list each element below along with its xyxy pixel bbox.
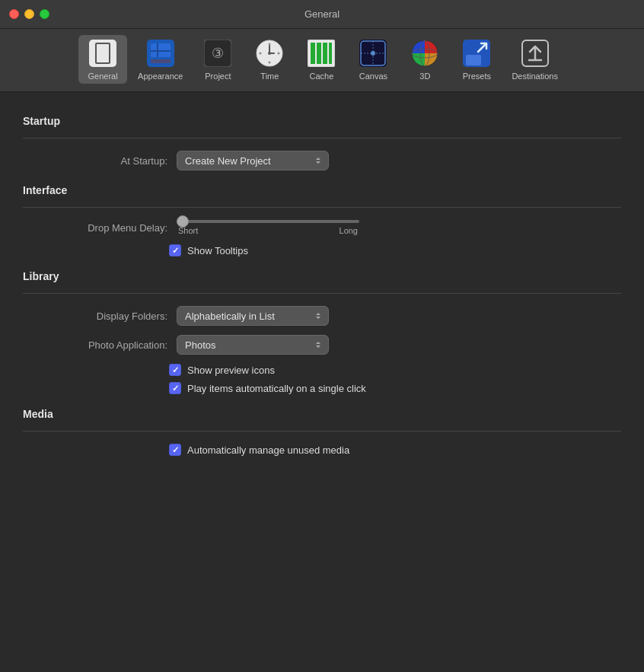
minimize-button[interactable] bbox=[24, 9, 34, 19]
toolbar-item-general[interactable]: General bbox=[78, 35, 127, 84]
3d-icon bbox=[410, 38, 440, 68]
slider-container: Short Long bbox=[177, 220, 359, 235]
startup-section: Startup At Startup: Create New Project O… bbox=[23, 115, 621, 170]
media-section: Media Automatically manage unused media bbox=[23, 408, 621, 456]
show-tooltips-label: Show Tooltips bbox=[187, 245, 248, 256]
cache-icon bbox=[306, 38, 336, 68]
at-startup-row: At Startup: Create New Project Open Last… bbox=[23, 151, 621, 170]
drop-menu-delay-slider[interactable] bbox=[177, 220, 359, 223]
photo-application-label: Photo Application: bbox=[46, 339, 167, 351]
display-folders-dropdown[interactable]: Alphabetically in List By Date By Name C… bbox=[177, 306, 329, 326]
show-preview-icons-row: Show preview icons bbox=[23, 364, 621, 376]
svg-rect-4 bbox=[151, 50, 171, 52]
maximize-button[interactable] bbox=[40, 9, 49, 19]
media-divider bbox=[23, 431, 621, 432]
toolbar-label-general: General bbox=[88, 72, 117, 81]
project-icon: ③ bbox=[202, 38, 233, 68]
close-button[interactable] bbox=[9, 9, 19, 19]
titlebar: General bbox=[0, 0, 644, 29]
svg-text:③: ③ bbox=[212, 46, 224, 61]
toolbar-label-time: Time bbox=[260, 72, 279, 81]
library-header: Library bbox=[23, 270, 621, 282]
startup-header: Startup bbox=[23, 115, 621, 127]
svg-point-13 bbox=[260, 53, 262, 55]
media-header: Media bbox=[23, 408, 621, 420]
library-divider bbox=[23, 293, 621, 294]
toolbar-item-cache[interactable]: Cache bbox=[297, 35, 346, 84]
auto-manage-label: Automatically manage unused media bbox=[187, 444, 349, 456]
svg-rect-19 bbox=[329, 43, 332, 64]
slider-labels: Short Long bbox=[177, 226, 359, 235]
toolbar-item-3d[interactable]: 3D bbox=[400, 35, 449, 84]
play-items-checkbox[interactable] bbox=[169, 382, 181, 394]
display-folders-dropdown-wrapper: Alphabetically in List By Date By Name C… bbox=[177, 306, 329, 326]
drop-menu-delay-label: Drop Menu Delay: bbox=[46, 222, 167, 234]
toolbar-item-canvas[interactable]: Canvas bbox=[349, 35, 397, 84]
show-tooltips-row: Show Tooltips bbox=[23, 244, 621, 256]
toolbar: General Appearance ③ Project bbox=[0, 29, 644, 92]
toolbar-item-project[interactable]: ③ Project bbox=[193, 35, 242, 84]
toolbar-item-appearance[interactable]: Appearance bbox=[130, 35, 190, 84]
interface-section: Interface Drop Menu Delay: Short Long Sh… bbox=[23, 184, 621, 256]
svg-point-11 bbox=[269, 43, 271, 46]
photo-application-dropdown-wrapper: Photos Lightroom Aperture bbox=[177, 335, 329, 355]
general-icon bbox=[88, 38, 118, 68]
auto-manage-checkbox[interactable] bbox=[169, 444, 181, 456]
appearance-icon bbox=[145, 38, 176, 68]
photo-application-row: Photo Application: Photos Lightroom Aper… bbox=[23, 335, 621, 355]
interface-divider bbox=[23, 207, 621, 208]
toolbar-item-destinations[interactable]: Destinations bbox=[504, 35, 566, 84]
toolbar-item-presets[interactable]: Presets bbox=[452, 35, 501, 84]
svg-rect-2 bbox=[151, 59, 171, 63]
play-items-row: Play items automatically on a single cli… bbox=[23, 382, 621, 394]
toolbar-item-time[interactable]: Time bbox=[245, 35, 294, 84]
destinations-icon bbox=[520, 38, 550, 68]
at-startup-label: At Startup: bbox=[46, 155, 167, 167]
toolbar-label-3d: 3D bbox=[419, 72, 430, 81]
photo-application-dropdown[interactable]: Photos Lightroom Aperture bbox=[177, 335, 329, 355]
display-folders-label: Display Folders: bbox=[46, 311, 167, 322]
interface-header: Interface bbox=[23, 184, 621, 196]
slider-min-label: Short bbox=[178, 226, 198, 235]
svg-rect-16 bbox=[311, 43, 315, 64]
toolbar-label-appearance: Appearance bbox=[138, 72, 183, 81]
svg-rect-17 bbox=[317, 43, 321, 64]
toolbar-label-canvas: Canvas bbox=[359, 72, 387, 81]
play-items-label: Play items automatically on a single cli… bbox=[187, 383, 366, 394]
startup-divider bbox=[23, 138, 621, 139]
toolbar-label-destinations: Destinations bbox=[512, 72, 558, 81]
time-icon bbox=[254, 38, 285, 68]
show-tooltips-checkbox[interactable] bbox=[169, 244, 181, 256]
toolbar-label-project: Project bbox=[205, 72, 231, 81]
show-preview-icons-checkbox[interactable] bbox=[169, 364, 181, 376]
display-folders-row: Display Folders: Alphabetically in List … bbox=[23, 306, 621, 326]
at-startup-dropdown-wrapper: Create New Project Open Last Project Sho… bbox=[177, 151, 329, 170]
svg-point-24 bbox=[371, 51, 375, 56]
toolbar-label-cache: Cache bbox=[309, 72, 333, 81]
library-section: Library Display Folders: Alphabetically … bbox=[23, 270, 621, 394]
slider-row bbox=[177, 220, 359, 223]
canvas-icon bbox=[358, 38, 388, 68]
window-controls bbox=[9, 9, 49, 19]
toolbar-label-presets: Presets bbox=[463, 72, 491, 81]
presets-icon bbox=[461, 38, 492, 68]
auto-manage-row: Automatically manage unused media bbox=[23, 444, 621, 456]
content-area: Startup At Startup: Create New Project O… bbox=[0, 92, 644, 477]
at-startup-dropdown[interactable]: Create New Project Open Last Project Sho… bbox=[177, 151, 329, 170]
svg-rect-18 bbox=[323, 43, 327, 64]
slider-max-label: Long bbox=[340, 226, 358, 235]
window-title: General bbox=[304, 8, 340, 20]
svg-point-12 bbox=[269, 62, 271, 64]
drop-menu-delay-row: Drop Menu Delay: Short Long bbox=[23, 220, 621, 235]
svg-point-14 bbox=[278, 53, 280, 55]
show-preview-icons-label: Show preview icons bbox=[187, 365, 275, 376]
svg-rect-31 bbox=[466, 55, 481, 65]
